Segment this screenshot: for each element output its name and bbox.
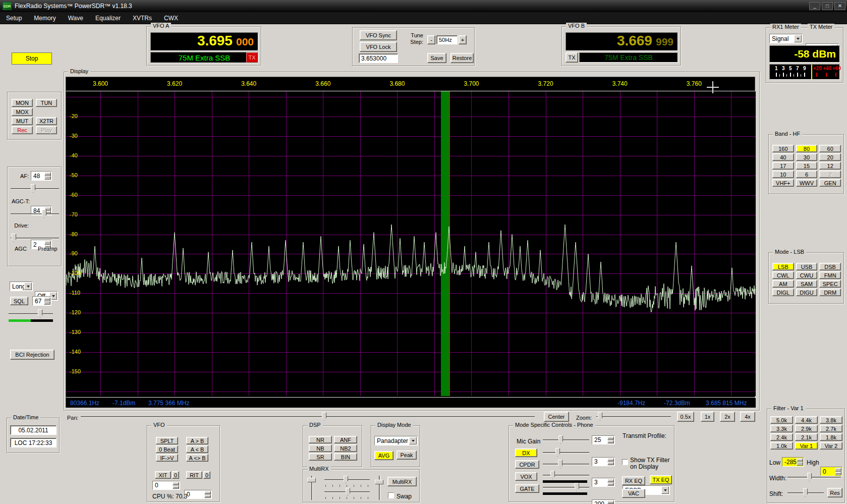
save-button[interactable]: Save bbox=[427, 53, 446, 63]
tune-step-plus-button[interactable]: + bbox=[459, 35, 467, 44]
spin-up-icon[interactable] bbox=[835, 468, 841, 472]
avg-button[interactable]: AVG bbox=[374, 451, 393, 460]
vox-spinner[interactable]: 200 bbox=[592, 499, 615, 504]
vfo-a-tx-button[interactable]: TX bbox=[246, 52, 258, 63]
spin-down-icon[interactable] bbox=[607, 462, 614, 465]
band-button-60[interactable]: 60 bbox=[819, 145, 841, 152]
dsp-button-nb[interactable]: NB bbox=[309, 444, 332, 452]
vox-slider[interactable] bbox=[543, 471, 589, 480]
stop-button[interactable]: Stop bbox=[12, 52, 52, 65]
minimize-button[interactable]: _ bbox=[809, 2, 820, 10]
a-to-b-button[interactable]: A > B bbox=[186, 437, 208, 444]
filter-low-spinner[interactable]: -2850 bbox=[782, 457, 804, 467]
multirx-pan-slider-left[interactable] bbox=[307, 476, 316, 500]
zoom-0.5x-button[interactable]: 0.5x bbox=[677, 412, 694, 422]
tun-button[interactable]: TUN bbox=[36, 99, 57, 107]
zero-beat-button[interactable]: 0 Beat bbox=[156, 445, 178, 453]
band-button-15[interactable]: 15 bbox=[796, 162, 818, 170]
mut-button[interactable]: MUT bbox=[12, 117, 33, 125]
display-mode-select[interactable]: Panadapter bbox=[374, 436, 418, 445]
spin-up-icon[interactable] bbox=[607, 436, 614, 440]
spin-down-icon[interactable] bbox=[607, 440, 614, 443]
dx-slider[interactable] bbox=[543, 448, 589, 457]
band-button-6[interactable]: 6 bbox=[796, 171, 818, 178]
peak-button[interactable]: Peak bbox=[397, 451, 417, 460]
spectrum-canvas[interactable] bbox=[66, 91, 756, 396]
vfo-lock-button[interactable]: VFO Lock bbox=[360, 42, 397, 52]
x2tr-button[interactable]: X2TR bbox=[36, 117, 57, 125]
band-button-160[interactable]: 160 bbox=[772, 145, 794, 152]
agct-slider[interactable] bbox=[11, 209, 59, 218]
multirx-gain-slider-top[interactable] bbox=[324, 476, 370, 484]
rit-clear-button[interactable]: 0 bbox=[203, 471, 210, 479]
menu-setup[interactable]: Setup bbox=[0, 13, 28, 23]
spin-up-icon[interactable] bbox=[797, 458, 803, 462]
band-button-12[interactable]: 12 bbox=[819, 162, 841, 170]
sql-button[interactable]: SQL bbox=[10, 297, 28, 305]
spin-up-icon[interactable] bbox=[44, 297, 50, 301]
mon-button[interactable]: MON bbox=[12, 99, 33, 107]
bci-rejection-button[interactable]: BCI Rejection bbox=[10, 350, 54, 360]
spin-up-icon[interactable] bbox=[44, 172, 51, 176]
band-button-gen[interactable]: GEN bbox=[819, 179, 841, 187]
close-button[interactable]: ✕ bbox=[834, 2, 845, 10]
rit-spinner[interactable]: 0 bbox=[184, 490, 212, 499]
mode-button-cwu[interactable]: CWU bbox=[796, 271, 818, 279]
vac-button[interactable]: VAC bbox=[622, 489, 645, 498]
rx-eq-button[interactable]: RX EQ bbox=[622, 476, 645, 485]
menu-memory[interactable]: Memory bbox=[28, 13, 62, 23]
xit-clear-button[interactable]: 0 bbox=[172, 471, 179, 479]
spin-down-icon[interactable] bbox=[173, 485, 179, 489]
band-button-30[interactable]: 30 bbox=[796, 153, 818, 161]
a-swap-b-button[interactable]: A <> B bbox=[186, 454, 208, 462]
gate-slider[interactable] bbox=[543, 483, 589, 492]
mode-button-dsb[interactable]: DSB bbox=[819, 263, 841, 270]
xit-spinner[interactable]: 0 bbox=[152, 481, 180, 490]
spin-up-icon[interactable] bbox=[607, 479, 614, 482]
multirx-gain-slider-bottom[interactable] bbox=[324, 488, 370, 496]
spin-down-icon[interactable] bbox=[607, 482, 614, 486]
show-tx-filter-checkbox[interactable] bbox=[622, 459, 628, 465]
drive-slider[interactable] bbox=[11, 234, 59, 243]
zoom-2x-button[interactable]: 2x bbox=[720, 412, 735, 422]
filter-button-4-4k[interactable]: 4.4k bbox=[795, 416, 818, 424]
menu-cwx[interactable]: CWX bbox=[158, 13, 184, 23]
filter-button-1-8k[interactable]: 1.8k bbox=[820, 433, 842, 441]
dsp-button-sr[interactable]: SR bbox=[309, 453, 332, 461]
mode-button-digl[interactable]: DIGL bbox=[772, 289, 794, 296]
zoom-4x-button[interactable]: 4x bbox=[740, 412, 755, 422]
sql-slider[interactable] bbox=[9, 309, 53, 318]
panadapter-display[interactable]: 3.6003.6203.6403.6603.6803.7003.7203.740… bbox=[66, 77, 755, 408]
vox-button[interactable]: VOX bbox=[515, 472, 537, 481]
chevron-down-icon[interactable] bbox=[794, 35, 802, 42]
mode-button-drm[interactable]: DRM bbox=[819, 289, 841, 296]
shift-reset-button[interactable]: Res bbox=[827, 488, 842, 497]
filter-button-2-7k[interactable]: 2.7k bbox=[820, 425, 842, 432]
dx-spinner[interactable]: 3 bbox=[592, 457, 615, 466]
cpdr-button[interactable]: CPDR bbox=[515, 460, 539, 469]
filter-shift-slider[interactable] bbox=[787, 488, 824, 497]
filter-button-5-0k[interactable]: 5.0k bbox=[770, 416, 793, 424]
restore-button[interactable]: Restore bbox=[450, 53, 474, 63]
filter-button-2-1k[interactable]: 2.1k bbox=[795, 433, 818, 441]
dx-button[interactable]: DX bbox=[515, 449, 537, 457]
mode-button-usb[interactable]: USB bbox=[796, 263, 818, 270]
if-to-vfo-button[interactable]: IF->V bbox=[156, 454, 178, 462]
mode-button-sam[interactable]: SAM bbox=[796, 280, 818, 288]
play-button[interactable]: Play bbox=[36, 126, 57, 134]
spin-up-icon[interactable] bbox=[173, 482, 179, 485]
mode-button-lsb[interactable]: LSB bbox=[772, 263, 794, 270]
mode-button-cwl[interactable]: CWL bbox=[772, 271, 794, 279]
zoom-slider[interactable] bbox=[596, 412, 671, 421]
center-button[interactable]: Center bbox=[544, 412, 569, 422]
band-button-wwv[interactable]: WWV bbox=[796, 179, 818, 187]
swap-checkbox[interactable] bbox=[388, 492, 394, 498]
menu-xvtrs[interactable]: XVTRs bbox=[127, 13, 158, 23]
spin-up-icon[interactable] bbox=[607, 458, 614, 462]
split-button[interactable]: SPLT bbox=[156, 437, 178, 444]
band-button-2[interactable]: 2 bbox=[819, 171, 841, 178]
vfo-b-frequency-display[interactable]: 3.669 999 bbox=[566, 32, 678, 51]
chevron-down-icon[interactable] bbox=[24, 283, 32, 290]
mode-button-fmn[interactable]: FMN bbox=[819, 271, 841, 279]
band-button-10[interactable]: 10 bbox=[772, 171, 794, 178]
